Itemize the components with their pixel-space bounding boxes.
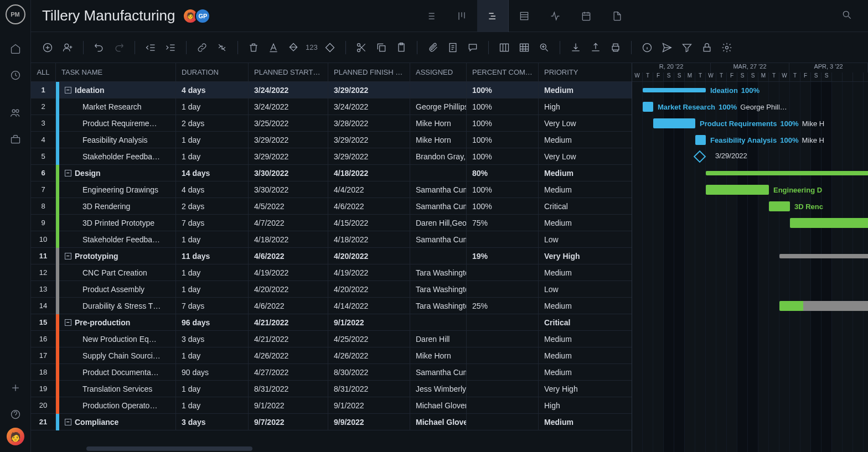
lock-icon[interactable] [699, 40, 715, 55]
priority-cell[interactable]: High [539, 397, 591, 413]
start-cell[interactable]: 4/27/2022 [249, 364, 328, 380]
tab-board-icon[interactable] [446, 0, 477, 32]
collapse-icon[interactable]: − [65, 170, 71, 176]
task-name[interactable]: Market Research [59, 98, 176, 115]
collapse-icon[interactable]: − [65, 319, 71, 326]
gantt-row[interactable] [632, 231, 868, 248]
priority-cell[interactable]: Low [539, 231, 591, 247]
percent-cell[interactable] [467, 281, 539, 297]
gantt-bar[interactable]: 3D Renc [769, 201, 790, 211]
settings-icon[interactable] [719, 40, 735, 55]
duration-cell[interactable]: 4 days [176, 82, 249, 98]
percent-cell[interactable] [467, 264, 539, 280]
finish-cell[interactable]: 4/4/2022 [328, 181, 410, 198]
gantt-bar[interactable] [706, 171, 868, 175]
start-cell[interactable]: 4/6/2022 [249, 298, 328, 314]
start-cell[interactable]: 4/18/2022 [249, 231, 328, 247]
assigned-cell[interactable]: Michael Glover [410, 414, 467, 430]
home-icon[interactable] [4, 38, 27, 60]
text-format-icon[interactable] [266, 40, 281, 55]
table-row[interactable]: 12CNC Part Creation1 day4/19/20224/19/20… [31, 264, 632, 281]
start-cell[interactable]: 3/29/2022 [249, 148, 328, 164]
col-name[interactable]: TASK NAME [56, 63, 176, 81]
percent-cell[interactable]: 25% [467, 298, 539, 314]
finish-cell[interactable]: 9/1/2022 [328, 397, 410, 413]
finish-cell[interactable]: 4/25/2022 [328, 331, 410, 347]
start-cell[interactable]: 3/30/2022 [249, 165, 328, 181]
send-icon[interactable] [659, 40, 675, 55]
finish-cell[interactable]: 4/26/2022 [328, 347, 410, 363]
table-row[interactable]: 10Stakeholder Feedba…1 day4/18/20224/18/… [31, 231, 632, 248]
assigned-cell[interactable]: Daren Hill,Geor [410, 215, 467, 231]
table-row[interactable]: 14Durability & Stress T…7 days4/6/20224/… [31, 298, 632, 314]
percent-cell[interactable] [467, 331, 539, 347]
gantt-row[interactable]: Ideation100% [632, 82, 868, 98]
start-cell[interactable]: 3/25/2022 [249, 115, 328, 131]
gantt-row[interactable] [632, 281, 868, 298]
task-name[interactable]: −Compliance [59, 414, 176, 430]
priority-cell[interactable]: Medium [539, 132, 591, 148]
finish-cell[interactable]: 8/31/2022 [328, 381, 410, 397]
task-name[interactable]: Product Documenta… [59, 364, 176, 380]
table-row[interactable]: 83D Rendering2 days4/5/20224/6/2022Saman… [31, 198, 632, 215]
briefcase-icon[interactable] [4, 128, 27, 150]
assigned-cell[interactable]: Tara Washingtc [410, 281, 467, 297]
col-duration[interactable]: DURATION [176, 63, 249, 81]
tab-calendar-icon[interactable] [571, 0, 602, 32]
filter-icon[interactable] [679, 40, 695, 55]
col-all[interactable]: ALL [31, 63, 56, 81]
col-finish[interactable]: PLANNED FINISH … [328, 63, 410, 81]
comment-icon[interactable] [465, 40, 480, 55]
priority-cell[interactable]: Very Low [539, 148, 591, 164]
add-user-icon[interactable] [60, 40, 75, 55]
gantt-row[interactable]: Engineering D [632, 181, 868, 198]
indent-icon[interactable] [163, 40, 178, 55]
gantt-bar[interactable]: Product Requirements100%Mike H [653, 118, 695, 128]
table-row[interactable]: 11−Prototyping11 days4/6/20224/20/202219… [31, 248, 632, 264]
priority-cell[interactable]: Medium [539, 264, 591, 280]
duration-cell[interactable]: 1 day [176, 347, 249, 363]
task-name[interactable]: Product Requireme… [59, 115, 176, 131]
table-row[interactable]: 20Production Operato…1 day9/1/20229/1/20… [31, 397, 632, 414]
collapse-icon[interactable]: − [65, 87, 71, 93]
finish-cell[interactable]: 4/18/2022 [328, 231, 410, 247]
start-cell[interactable]: 4/5/2022 [249, 198, 328, 214]
diamond-icon[interactable] [322, 40, 338, 55]
duration-cell[interactable]: 1 day [176, 148, 249, 164]
search-icon[interactable] [837, 5, 857, 27]
finish-cell[interactable]: 8/30/2022 [328, 364, 410, 380]
unlink-icon[interactable] [214, 40, 230, 55]
note-icon[interactable] [445, 40, 461, 55]
finish-cell[interactable]: 4/20/2022 [328, 248, 410, 264]
assigned-cell[interactable]: George Phillips [410, 98, 467, 115]
task-name[interactable]: Translation Services [59, 381, 176, 397]
task-name[interactable]: Durability & Stress T… [59, 298, 176, 314]
horizontal-scrollbar[interactable] [31, 445, 632, 452]
task-name[interactable]: Product Assembly [59, 281, 176, 297]
task-name[interactable]: 3D Printed Prototype [59, 215, 176, 231]
columns-icon[interactable] [497, 40, 512, 55]
task-name[interactable]: CNC Part Creation [59, 264, 176, 280]
grid-icon[interactable] [516, 40, 532, 55]
priority-cell[interactable]: Critical [539, 314, 591, 330]
task-name[interactable]: New Production Eq… [59, 331, 176, 347]
task-name[interactable]: 3D Rendering [59, 198, 176, 214]
priority-cell[interactable]: Medium [539, 181, 591, 198]
assigned-cell[interactable]: Michael Glover [410, 397, 467, 413]
table-row[interactable]: 4Feasibility Analysis1 day3/29/20223/29/… [31, 132, 632, 148]
gantt-row[interactable]: Market Research100%George Phill… [632, 98, 868, 115]
finish-cell[interactable]: 9/9/2022 [328, 414, 410, 430]
start-cell[interactable]: 4/19/2022 [249, 264, 328, 280]
add-task-icon[interactable] [40, 40, 55, 55]
gantt-chart[interactable]: R, 20 '22MAR, 27 '22APR, 3 '22 WTFSSMTWT… [632, 63, 868, 452]
assigned-cell[interactable] [410, 248, 467, 264]
assigned-cell[interactable] [410, 165, 467, 181]
gantt-bar[interactable]: Ideation100% [643, 88, 706, 92]
duration-cell[interactable]: 1 day [176, 281, 249, 297]
start-cell[interactable]: 4/20/2022 [249, 281, 328, 297]
priority-cell[interactable]: Medium [539, 165, 591, 181]
duration-cell[interactable]: 1 day [176, 264, 249, 280]
cut-icon[interactable] [354, 40, 369, 55]
assigned-cell[interactable]: Jess Wimberly [410, 381, 467, 397]
table-row[interactable]: 19Translation Services1 day8/31/20228/31… [31, 381, 632, 397]
